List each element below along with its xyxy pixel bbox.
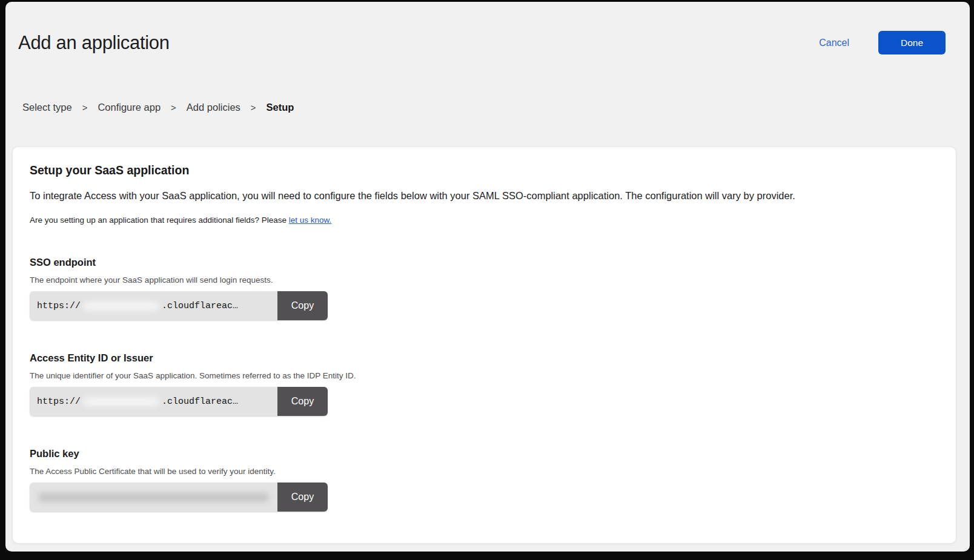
cancel-button[interactable]: Cancel [815, 37, 853, 49]
field-label: Public key [30, 448, 939, 460]
field-description: The endpoint where your SaaS application… [30, 275, 939, 285]
app-window: Add an application Cancel Done Select ty… [5, 2, 970, 552]
breadcrumb: Select type > Configure app > Add polici… [22, 102, 970, 113]
done-button[interactable]: Done [878, 31, 946, 54]
field-description: The unique identifier of your SaaS appli… [30, 371, 939, 380]
page-title: Add an application [18, 32, 170, 54]
value-prefix: https:// [37, 397, 81, 407]
public-key-value-row: Copy [30, 483, 328, 512]
field-public-key: Public key The Access Public Certificate… [30, 448, 939, 512]
breadcrumb-item-configure-app[interactable]: Configure app [98, 102, 161, 113]
copy-button[interactable]: Copy [277, 483, 328, 512]
redacted-value [83, 301, 159, 311]
additional-fields-note: Are you setting up an application that r… [30, 216, 939, 225]
chevron-separator-icon: > [171, 102, 176, 113]
copy-button[interactable]: Copy [277, 291, 328, 320]
header-actions: Cancel Done [815, 31, 946, 54]
sso-endpoint-value: https:// .cloudflareac… [30, 291, 277, 320]
access-entity-id-value: https:// .cloudflareac… [30, 387, 277, 416]
breadcrumb-item-select-type[interactable]: Select type [22, 102, 72, 113]
field-label: Access Entity ID or Issuer [30, 352, 939, 364]
sso-endpoint-value-row: https:// .cloudflareac… Copy [30, 291, 328, 320]
breadcrumb-item-add-policies[interactable]: Add policies [187, 102, 240, 113]
access-entity-id-value-row: https:// .cloudflareac… Copy [30, 387, 328, 416]
field-sso-endpoint: SSO endpoint The endpoint where your Saa… [30, 257, 939, 320]
redacted-value [38, 493, 269, 502]
card-heading: Setup your SaaS application [30, 163, 939, 177]
breadcrumb-item-setup[interactable]: Setup [267, 102, 294, 113]
card-description: To integrate Access with your SaaS appli… [30, 190, 939, 202]
value-suffix: .cloudflareac… [162, 397, 238, 407]
page-header: Add an application Cancel Done [5, 2, 970, 54]
value-prefix: https:// [37, 301, 81, 311]
setup-card: Setup your SaaS application To integrate… [12, 147, 956, 544]
chevron-separator-icon: > [251, 102, 256, 113]
public-key-value [30, 483, 277, 512]
field-description: The Access Public Certificate that will … [30, 467, 939, 476]
value-suffix: .cloudflareac… [162, 301, 238, 311]
copy-button[interactable]: Copy [277, 387, 328, 416]
chevron-separator-icon: > [82, 102, 88, 113]
redacted-value [83, 397, 159, 406]
note-text: Are you setting up an application that r… [30, 216, 289, 225]
field-access-entity-id: Access Entity ID or Issuer The unique id… [30, 352, 939, 416]
field-label: SSO endpoint [30, 257, 939, 268]
let-us-know-link[interactable]: let us know. [289, 216, 332, 225]
